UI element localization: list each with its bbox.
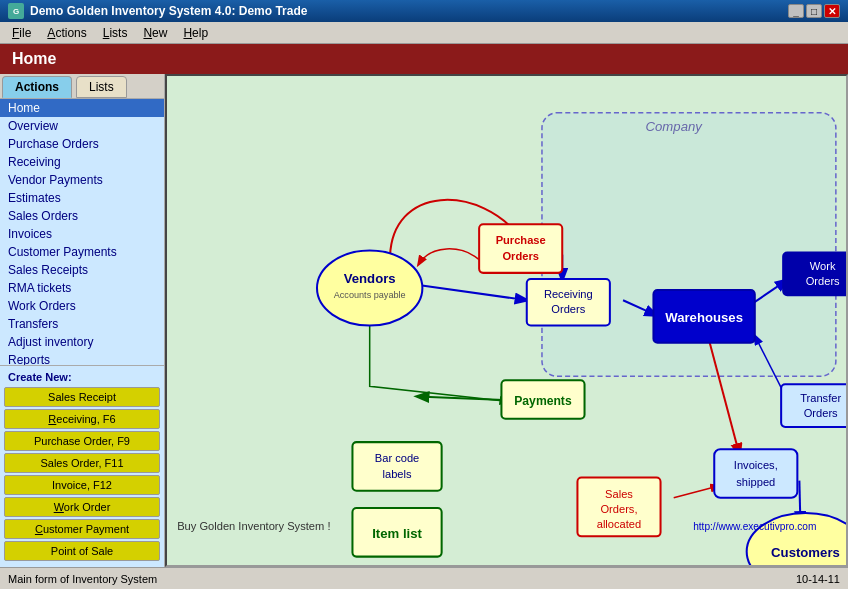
tab-bar: Actions Lists [0, 74, 164, 99]
diagram-panel: Company [165, 74, 848, 567]
maximize-button[interactable]: □ [806, 4, 822, 18]
svg-text:Orders: Orders [806, 275, 840, 287]
svg-text:Warehouses: Warehouses [665, 310, 743, 325]
left-panel: Actions Lists Home Overview Purchase Ord… [0, 74, 165, 567]
menu-new[interactable]: New [135, 24, 175, 42]
close-button[interactable]: ✕ [824, 4, 840, 18]
nav-home[interactable]: Home [0, 99, 164, 117]
nav-estimates[interactable]: Estimates [0, 189, 164, 207]
svg-text:Sales: Sales [605, 488, 633, 500]
menu-lists[interactable]: Lists [95, 24, 136, 42]
svg-text:Buy Golden Inventory  System !: Buy Golden Inventory System ! [177, 520, 330, 532]
nav-sales-orders[interactable]: Sales Orders [0, 207, 164, 225]
tab-actions[interactable]: Actions [2, 76, 72, 98]
svg-text:Orders: Orders [804, 407, 838, 419]
svg-text:labels: labels [383, 468, 413, 480]
btn-point-of-sale[interactable]: Point of Sale [4, 541, 160, 561]
svg-rect-35 [714, 449, 797, 498]
svg-text:Purchase: Purchase [496, 234, 546, 246]
svg-text:Company: Company [646, 119, 704, 134]
nav-transfers[interactable]: Transfers [0, 315, 164, 333]
menu-help[interactable]: Help [175, 24, 216, 42]
svg-rect-28 [352, 442, 441, 491]
statusbar-left: Main form of Inventory System [8, 573, 157, 585]
titlebar: G Demo Golden Inventory System 4.0: Demo… [0, 0, 848, 22]
nav-list: Home Overview Purchase Orders Receiving … [0, 99, 164, 365]
nav-reports[interactable]: Reports [0, 351, 164, 365]
nav-adjust-inventory[interactable]: Adjust inventory [0, 333, 164, 351]
svg-text:Bar code: Bar code [375, 452, 420, 464]
page-title: Home [12, 50, 56, 68]
nav-rma-tickets[interactable]: RMA tickets [0, 279, 164, 297]
create-new-label: Create New: [4, 370, 160, 384]
nav-customer-payments[interactable]: Customer Payments [0, 243, 164, 261]
statusbar: Main form of Inventory System 10-14-11 [0, 567, 848, 589]
btn-work-order[interactable]: Work Order [4, 497, 160, 517]
minimize-button[interactable]: _ [788, 4, 804, 18]
svg-text:Orders,: Orders, [600, 503, 637, 515]
svg-text:Item list: Item list [372, 526, 422, 541]
window-controls: _ □ ✕ [788, 4, 840, 18]
svg-text:Transfer: Transfer [800, 392, 841, 404]
svg-text:Work: Work [810, 260, 836, 272]
svg-text:Receiving: Receiving [544, 288, 593, 300]
menu-actions[interactable]: Actions [39, 24, 94, 42]
svg-text:Invoices,: Invoices, [734, 459, 778, 471]
nav-work-orders[interactable]: Work Orders [0, 297, 164, 315]
tab-lists[interactable]: Lists [76, 76, 127, 98]
svg-text:G: G [13, 7, 19, 16]
svg-text:shipped: shipped [736, 476, 775, 488]
app-icon: G [8, 3, 24, 19]
menu-file[interactable]: File [4, 24, 39, 42]
nav-invoices[interactable]: Invoices [0, 225, 164, 243]
btn-purchase-order[interactable]: Purchase Order, F9 [4, 431, 160, 451]
svg-point-5 [317, 251, 422, 326]
svg-rect-8 [479, 224, 562, 273]
nav-overview[interactable]: Overview [0, 117, 164, 135]
btn-receiving[interactable]: Receiving, F6 [4, 409, 160, 429]
btn-invoice[interactable]: Invoice, F12 [4, 475, 160, 495]
window-title: Demo Golden Inventory System 4.0: Demo T… [30, 4, 788, 18]
svg-text:Payments: Payments [514, 394, 572, 408]
svg-rect-11 [527, 279, 610, 326]
btn-customer-payment[interactable]: Customer Payment [4, 519, 160, 539]
svg-text:allocated: allocated [597, 518, 642, 530]
btn-sales-receipt[interactable]: Sales Receipt [4, 387, 160, 407]
svg-text:Orders: Orders [502, 250, 538, 262]
diagram-svg: Company [167, 76, 846, 565]
nav-receiving[interactable]: Receiving [0, 153, 164, 171]
svg-text:Accounts payable: Accounts payable [334, 290, 406, 300]
main-content: Actions Lists Home Overview Purchase Ord… [0, 74, 848, 567]
nav-sales-receipts[interactable]: Sales Receipts [0, 261, 164, 279]
page-header: Home [0, 44, 848, 74]
nav-vendor-payments[interactable]: Vendor Payments [0, 171, 164, 189]
statusbar-right: 10-14-11 [796, 573, 840, 585]
menubar: File Actions Lists New Help [0, 22, 848, 44]
nav-purchase-orders[interactable]: Purchase Orders [0, 135, 164, 153]
svg-text:Orders: Orders [551, 303, 585, 315]
svg-text:Customers: Customers [771, 545, 840, 560]
svg-text:http://www.executivpro.com: http://www.executivpro.com [693, 521, 816, 532]
btn-sales-order[interactable]: Sales Order, F11 [4, 453, 160, 473]
svg-text:Vendors: Vendors [344, 271, 396, 286]
create-new-section: Create New: Sales Receipt Receiving, F6 … [0, 365, 164, 567]
